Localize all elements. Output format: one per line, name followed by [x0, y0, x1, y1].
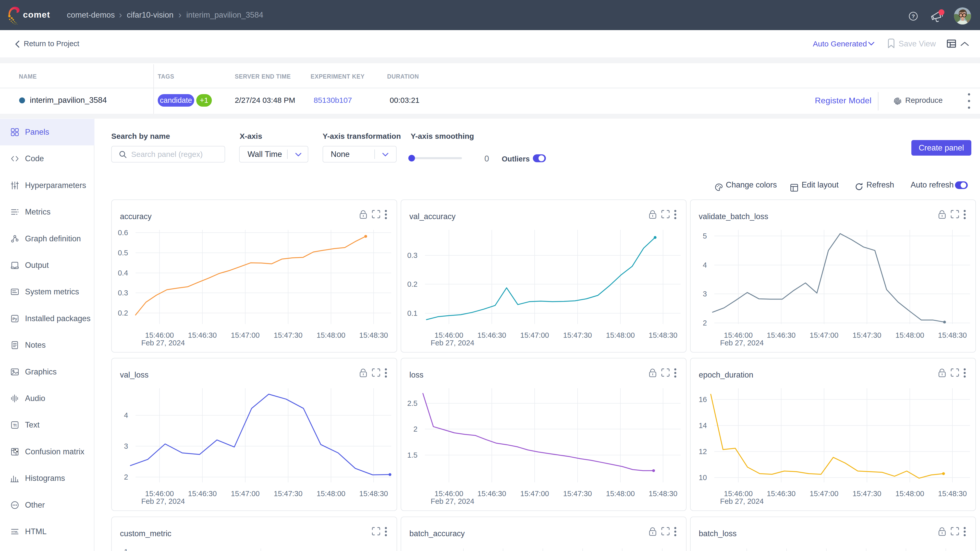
- svg-text:16: 16: [699, 395, 707, 403]
- svg-text:3: 3: [703, 290, 707, 298]
- svg-text:Feb 27, 2024: Feb 27, 2024: [720, 339, 764, 347]
- svg-text:15:46:30: 15:46:30: [188, 489, 217, 498]
- svg-text:0.1: 0.1: [407, 309, 417, 318]
- svg-text:15:46:30: 15:46:30: [767, 331, 796, 339]
- svg-text:0.3: 0.3: [407, 251, 417, 259]
- svg-text:0.2: 0.2: [407, 280, 417, 288]
- svg-text:1: 1: [124, 548, 128, 551]
- svg-text:5: 5: [703, 232, 707, 240]
- svg-text:15:48:00: 15:48:00: [896, 489, 924, 498]
- svg-text:Feb 27, 2024: Feb 27, 2024: [431, 339, 474, 347]
- svg-text:val_accuracy: val_accuracy: [409, 212, 455, 221]
- svg-text:15:46:00: 15:46:00: [724, 489, 753, 498]
- svg-text:15:46:00: 15:46:00: [434, 331, 463, 339]
- svg-text:accuracy: accuracy: [120, 212, 152, 221]
- svg-text:15:47:30: 15:47:30: [274, 331, 303, 339]
- svg-text:0.4: 0.4: [118, 269, 128, 277]
- svg-text:15:46:00: 15:46:00: [434, 489, 463, 498]
- svg-text:15:46:00: 15:46:00: [145, 331, 174, 339]
- svg-text:12: 12: [699, 448, 707, 456]
- svg-text:Tt: Tt: [13, 423, 17, 427]
- svg-text:2: 2: [414, 425, 417, 433]
- svg-text:2.5: 2.5: [407, 399, 417, 407]
- svg-text:HTML: HTML: [11, 530, 18, 533]
- svg-text:15:48:00: 15:48:00: [317, 331, 345, 339]
- svg-text:loss: loss: [409, 370, 423, 380]
- svg-text:15:47:00: 15:47:00: [520, 331, 549, 339]
- svg-text:15:48:30: 15:48:30: [938, 331, 967, 339]
- svg-text:batch_accuracy: batch_accuracy: [409, 529, 465, 538]
- svg-text:3: 3: [124, 442, 128, 450]
- svg-text:val_loss: val_loss: [120, 370, 148, 380]
- svg-text:batch_loss: batch_loss: [699, 529, 737, 538]
- svg-text:0.2: 0.2: [118, 309, 128, 317]
- svg-text:0.6: 0.6: [118, 229, 128, 237]
- svg-text:15:47:30: 15:47:30: [853, 489, 881, 498]
- svg-text:4: 4: [703, 261, 707, 269]
- svg-text:15:46:00: 15:46:00: [145, 489, 174, 498]
- svg-text:15:48:00: 15:48:00: [606, 489, 635, 498]
- svg-text:15:47:30: 15:47:30: [274, 489, 303, 498]
- svg-text:15:47:00: 15:47:00: [231, 331, 260, 339]
- svg-text:15:48:00: 15:48:00: [896, 331, 924, 339]
- svg-text:14: 14: [699, 421, 707, 430]
- svg-text:15:48:30: 15:48:30: [938, 489, 967, 498]
- svg-text:15:48:00: 15:48:00: [317, 489, 345, 498]
- svg-text:15:47:00: 15:47:00: [810, 331, 838, 339]
- svg-text:4: 4: [124, 411, 128, 419]
- svg-text:15:47:30: 15:47:30: [563, 489, 592, 498]
- svg-text:15:48:30: 15:48:30: [649, 489, 678, 498]
- svg-text:15:47:30: 15:47:30: [563, 331, 592, 339]
- svg-text:Feb 27, 2024: Feb 27, 2024: [720, 497, 764, 505]
- svg-text:0.5: 0.5: [118, 249, 128, 257]
- svg-text:15:48:30: 15:48:30: [360, 489, 388, 498]
- svg-text:Feb 27, 2024: Feb 27, 2024: [142, 497, 185, 505]
- svg-text:15:46:00: 15:46:00: [724, 331, 753, 339]
- svg-text:2: 2: [703, 319, 707, 327]
- svg-text:15:47:00: 15:47:00: [231, 489, 260, 498]
- svg-text:15:48:30: 15:48:30: [649, 331, 678, 339]
- svg-text:10: 10: [699, 473, 707, 482]
- svg-text:15:46:30: 15:46:30: [477, 489, 506, 498]
- svg-text:Py: Py: [13, 317, 18, 321]
- svg-text:15:48:30: 15:48:30: [360, 331, 388, 339]
- svg-text:15:46:30: 15:46:30: [767, 489, 796, 498]
- svg-text:15:47:00: 15:47:00: [520, 489, 549, 498]
- svg-text:15:48:00: 15:48:00: [606, 331, 635, 339]
- svg-text:2: 2: [124, 473, 128, 481]
- svg-text:?: ?: [912, 13, 915, 19]
- svg-text:custom_metric: custom_metric: [120, 529, 172, 538]
- svg-text:15:47:30: 15:47:30: [853, 331, 881, 339]
- svg-text:Feb 27, 2024: Feb 27, 2024: [431, 497, 474, 505]
- svg-text:15:47:00: 15:47:00: [810, 489, 838, 498]
- svg-text:1.5: 1.5: [407, 451, 417, 459]
- svg-text:15:46:30: 15:46:30: [188, 331, 217, 339]
- svg-text:Feb 27, 2024: Feb 27, 2024: [142, 339, 185, 347]
- svg-text:epoch_duration: epoch_duration: [699, 370, 753, 380]
- svg-text:validate_batch_loss: validate_batch_loss: [699, 212, 768, 221]
- svg-text:0.3: 0.3: [118, 289, 128, 297]
- svg-text:15:46:30: 15:46:30: [477, 331, 506, 339]
